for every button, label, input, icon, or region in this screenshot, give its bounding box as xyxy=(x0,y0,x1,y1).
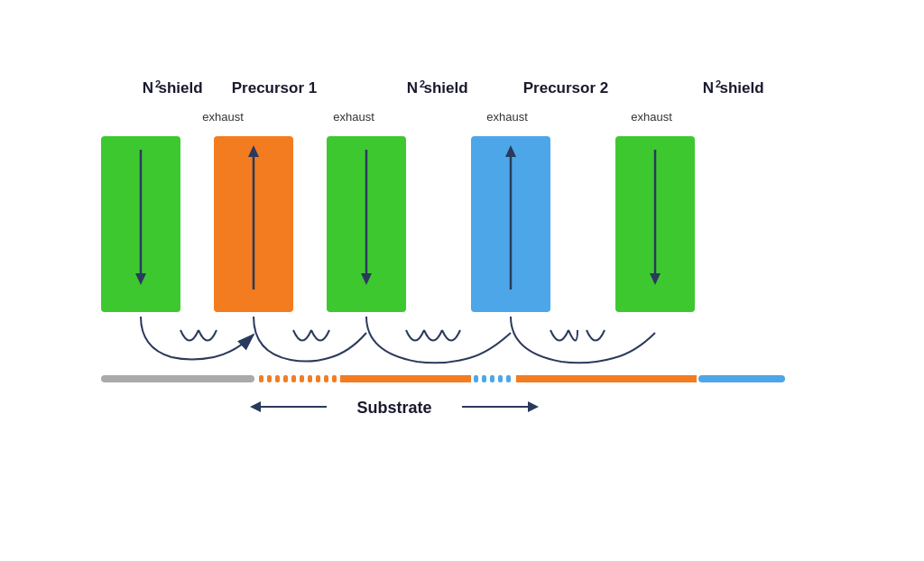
substrate-blue-solid xyxy=(698,375,785,382)
label-n2-shield-3: N xyxy=(703,79,714,97)
exhaust-label-4: exhaust xyxy=(631,110,672,124)
label-n2-sub-1: 2 xyxy=(155,78,161,89)
block-green-1 xyxy=(101,136,180,312)
label-precursor-1: Precursor 1 xyxy=(232,79,318,97)
bump-3b xyxy=(424,330,442,341)
substrate-arrowhead-right xyxy=(528,401,539,412)
substrate-orange-6 xyxy=(300,375,304,382)
substrate-gray xyxy=(101,375,254,382)
bump-2b xyxy=(311,330,329,341)
curve-2 xyxy=(254,317,366,362)
block-orange-1 xyxy=(214,136,293,312)
substrate-label: Substrate xyxy=(356,399,431,417)
arrow-head-down-g1 xyxy=(135,273,146,285)
arrow-head-down-g2 xyxy=(361,273,372,285)
substrate-orange-solid xyxy=(340,375,471,382)
label-n2-sub-3: 2 xyxy=(716,78,721,89)
substrate-orange-5 xyxy=(291,375,296,382)
bump-1b xyxy=(199,330,217,341)
substrate-orange-right xyxy=(516,375,697,382)
bump-4c xyxy=(587,330,605,341)
label-n2-shield-2: N xyxy=(407,79,418,97)
substrate-blue-3 xyxy=(490,375,494,382)
substrate-orange-3 xyxy=(275,375,280,382)
bump-4a xyxy=(550,330,568,341)
label-shield-1: shield xyxy=(158,79,202,97)
bump-4b xyxy=(568,330,578,341)
curve-4 xyxy=(511,317,655,363)
substrate-blue-2 xyxy=(482,375,486,382)
label-n2-shield-1: N xyxy=(143,79,153,97)
bump-3c xyxy=(442,330,460,341)
arrow-head-up-o1 xyxy=(248,145,259,157)
bump-3a xyxy=(406,330,424,341)
block-green-2 xyxy=(327,136,406,312)
block-blue-1 xyxy=(471,136,550,312)
substrate-blue-5 xyxy=(506,375,511,382)
label-precursor-2: Precursor 2 xyxy=(523,79,609,97)
substrate-blue-4 xyxy=(498,375,503,382)
arrow-head-down-g3 xyxy=(650,273,661,285)
label-shield-2: shield xyxy=(423,79,467,97)
bump-2a xyxy=(293,330,311,341)
exhaust-label-1: exhaust xyxy=(202,110,244,124)
substrate-orange-10 xyxy=(332,375,337,382)
exhaust-label-2: exhaust xyxy=(333,110,374,124)
substrate-orange-8 xyxy=(316,375,320,382)
ald-diagram: N 2 shield Precursor 1 N 2 shield Precur… xyxy=(74,46,850,515)
substrate-blue-1 xyxy=(474,375,478,382)
block-green-3 xyxy=(615,136,695,312)
substrate-orange-4 xyxy=(283,375,288,382)
substrate-orange-9 xyxy=(324,375,328,382)
substrate-orange-1 xyxy=(259,375,263,382)
curve-3 xyxy=(366,317,511,363)
curve-1 xyxy=(141,317,254,360)
exhaust-label-3: exhaust xyxy=(486,110,528,124)
substrate-arrowhead-left xyxy=(250,401,261,412)
label-shield-3: shield xyxy=(719,79,763,97)
substrate-orange-2 xyxy=(267,375,272,382)
arrow-head-up-b1 xyxy=(505,145,516,157)
diagram-svg: N 2 shield Precursor 1 N 2 shield Precur… xyxy=(74,46,850,515)
label-n2-sub-2: 2 xyxy=(420,78,425,89)
substrate-orange-7 xyxy=(308,375,312,382)
bump-1a xyxy=(180,330,199,341)
